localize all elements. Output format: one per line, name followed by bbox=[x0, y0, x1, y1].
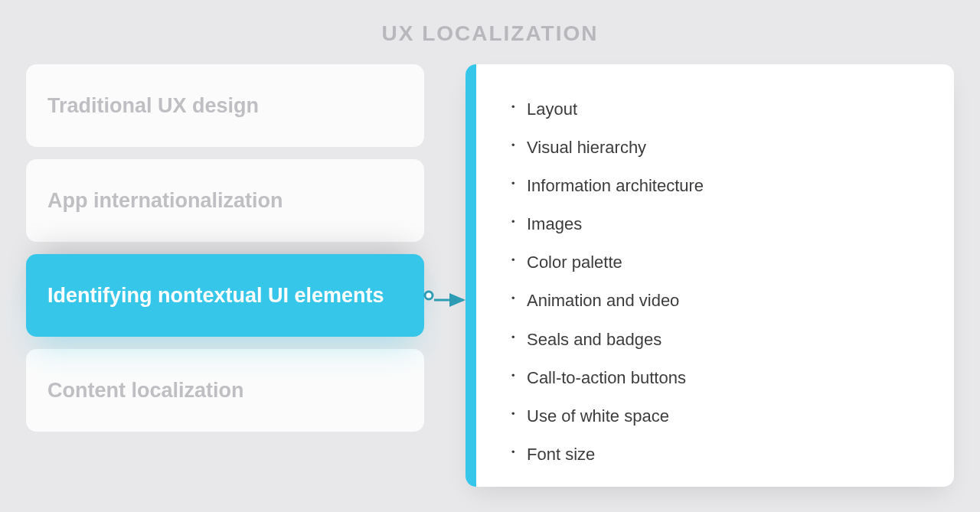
detail-item: Animation and video bbox=[507, 282, 928, 320]
detail-item: Information architecture bbox=[507, 167, 928, 205]
card-app-internationalization: App internationalization bbox=[26, 159, 424, 242]
detail-item: Call-to-action buttons bbox=[507, 359, 928, 397]
accent-bar bbox=[466, 64, 476, 487]
card-label: Identifying nontextual UI elements bbox=[47, 284, 384, 308]
connector-dot-icon bbox=[424, 291, 434, 301]
card-traditional-ux: Traditional UX design bbox=[26, 64, 424, 147]
card-label: Traditional UX design bbox=[47, 94, 259, 118]
detail-item: Use of white space bbox=[507, 397, 928, 435]
detail-column: Layout Visual hierarchy Information arch… bbox=[466, 64, 954, 487]
detail-item: Images bbox=[507, 205, 928, 243]
diagram-title: UX LOCALIZATION bbox=[26, 21, 954, 46]
card-label: Content localization bbox=[47, 379, 244, 403]
detail-item: Seals and badges bbox=[507, 321, 928, 359]
detail-list: Layout Visual hierarchy Information arch… bbox=[507, 90, 928, 474]
detail-item: Color palette bbox=[507, 243, 928, 282]
diagram-container: Traditional UX design App internationali… bbox=[26, 64, 954, 487]
connector-arrow-icon bbox=[430, 285, 475, 315]
card-label: App internationalization bbox=[47, 189, 283, 213]
detail-item: Layout bbox=[507, 90, 928, 129]
detail-panel: Layout Visual hierarchy Information arch… bbox=[466, 64, 954, 487]
category-column: Traditional UX design App internationali… bbox=[26, 64, 424, 487]
detail-item: Visual hierarchy bbox=[507, 129, 928, 167]
card-content-localization: Content localization bbox=[26, 349, 424, 432]
card-identifying-nontextual-ui: Identifying nontextual UI elements bbox=[26, 254, 424, 337]
detail-item: Font size bbox=[507, 435, 928, 474]
